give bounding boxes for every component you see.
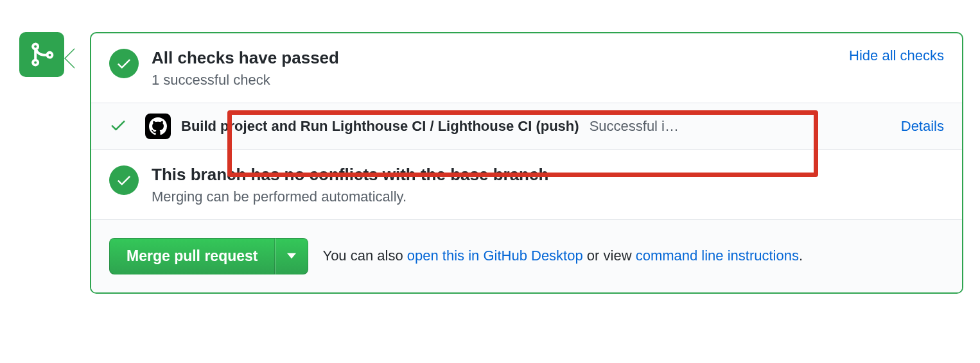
panel-pointer-inner <box>66 49 75 68</box>
git-merge-icon <box>28 41 55 68</box>
check-item-row: Build project and Run Lighthouse CI / Li… <box>91 103 962 150</box>
check-item-name[interactable]: Build project and Run Lighthouse CI / Li… <box>181 118 579 135</box>
merge-conflict-section: This branch has no conflicts with the ba… <box>91 150 962 220</box>
conflict-title: This branch has no conflicts with the ba… <box>152 164 944 186</box>
check-details-link[interactable]: Details <box>901 118 944 135</box>
open-github-desktop-link[interactable]: open this in GitHub Desktop <box>407 248 583 264</box>
merge-footer: Merge pull request You can also open thi… <box>91 220 962 292</box>
github-icon <box>149 117 167 135</box>
help-text-prefix: You can also <box>322 248 407 264</box>
command-line-instructions-link[interactable]: command line instructions <box>636 248 799 264</box>
merge-button-group: Merge pull request <box>109 238 308 274</box>
merge-status-badge <box>19 32 64 77</box>
checks-summary-section: All checks have passed 1 successful chec… <box>91 33 962 103</box>
merge-options-dropdown[interactable] <box>275 238 308 274</box>
check-icon <box>116 55 132 72</box>
success-status-icon <box>109 165 139 195</box>
checks-subtitle: 1 successful check <box>152 72 849 89</box>
caret-down-icon <box>287 253 296 259</box>
check-success-icon <box>109 116 127 137</box>
checks-title: All checks have passed <box>152 47 849 69</box>
github-actions-avatar <box>145 114 171 139</box>
check-item-status: Successful i… <box>590 118 679 135</box>
merge-help-text: You can also open this in GitHub Desktop… <box>322 248 803 264</box>
help-text-mid: or view <box>583 248 636 264</box>
merge-panel: All checks have passed 1 successful chec… <box>90 32 963 294</box>
help-text-suffix: . <box>799 248 803 264</box>
success-status-icon <box>109 49 139 78</box>
toggle-checks-link[interactable]: Hide all checks <box>849 47 944 64</box>
merge-pull-request-button[interactable]: Merge pull request <box>109 238 275 274</box>
conflict-subtitle: Merging can be performed automatically. <box>152 189 944 205</box>
check-icon <box>116 172 132 189</box>
